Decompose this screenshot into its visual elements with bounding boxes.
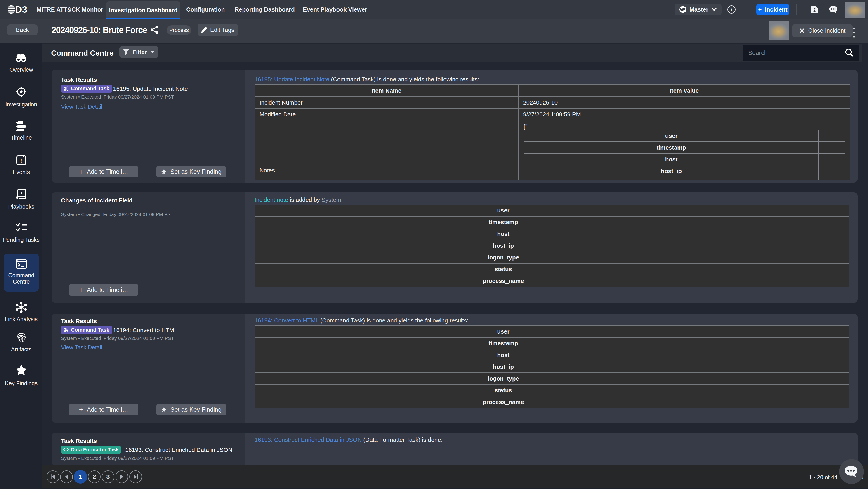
svg-text:D3: D3 <box>16 4 27 14</box>
svg-text:!: ! <box>20 158 22 164</box>
